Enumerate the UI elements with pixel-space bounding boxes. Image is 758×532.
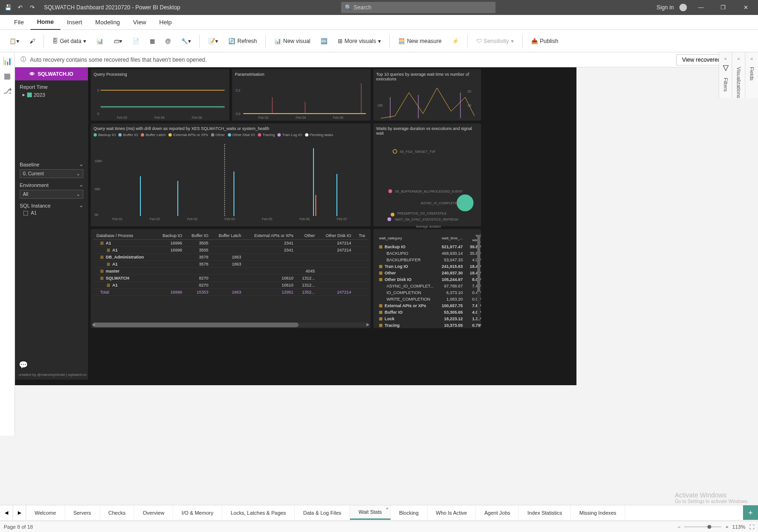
svg-text:Feb 02: Feb 02	[117, 116, 127, 119]
search-input[interactable]: 🔍 Search	[341, 2, 496, 13]
model-view-icon[interactable]: ⎇	[3, 86, 12, 95]
page-tab-checks[interactable]: Checks	[100, 505, 135, 520]
page-indicator: Page 8 of 18	[4, 524, 33, 530]
signin-button[interactable]: Sign in	[656, 4, 674, 11]
zoom-slider[interactable]	[684, 526, 722, 527]
parametrisation-chart[interactable]: Parametrisation 0.2 0.0 Feb 02 Feb 04 Fe…	[232, 69, 371, 121]
sql-button[interactable]: 📄	[129, 36, 143, 46]
sql-instance-checkbox[interactable]: A1	[20, 210, 83, 216]
dataverse-button[interactable]: ▦	[146, 36, 159, 46]
tab-nav-prev[interactable]: ◀	[0, 505, 13, 520]
fit-page-icon[interactable]: ⛶	[749, 524, 754, 530]
page-tab-locks-latches-pages[interactable]: Locks, Latches & Pages	[222, 505, 295, 520]
chevron-icon[interactable]: ⌄	[79, 182, 83, 188]
excel-button[interactable]: 📊	[93, 36, 107, 46]
page-tab-welcome[interactable]: Welcome	[26, 505, 65, 520]
wait-times-legend: Backup IO Buffer IO Buffer Latch Externa…	[94, 133, 368, 137]
transform-button[interactable]: 🔧▾	[177, 36, 195, 46]
environment-dropdown[interactable]: All⌄	[20, 190, 83, 199]
chevron-left-icon[interactable]: «	[724, 56, 727, 61]
page-tab-missing-indexes[interactable]: Missing Indexes	[571, 505, 625, 520]
refresh-button[interactable]: 🔄 Refresh	[225, 36, 261, 46]
page-tab-i-o-memory[interactable]: I/O & Memory	[173, 505, 222, 520]
credit-text: created by @marcinqminski | sqlwatch.io	[19, 373, 87, 377]
page-tab-wait-stats[interactable]: Wait Stats×	[350, 505, 391, 520]
page-tab-data-log-files[interactable]: Data & Log Files	[295, 505, 350, 520]
svg-text:Feb 05: Feb 05	[262, 217, 272, 221]
query-processing-chart[interactable]: Query Processing 5 0 Feb 02 Feb 04 Feb 0…	[91, 69, 229, 121]
svg-text:0: 0	[97, 112, 99, 115]
recent-button[interactable]: @	[161, 36, 175, 46]
page-tab-agent-jobs[interactable]: Agent Jobs	[476, 505, 519, 520]
menu-home[interactable]: Home	[30, 15, 60, 30]
data-hub-button[interactable]: 🗃▾	[110, 36, 126, 46]
undo-icon[interactable]: ↶	[16, 3, 24, 12]
add-page-button[interactable]: +	[743, 505, 758, 520]
environment-label: Environment	[20, 182, 49, 188]
more-visuals-button[interactable]: ⊞ More visuals ▾	[334, 36, 384, 46]
page-tab-overview[interactable]: Overview	[134, 505, 173, 520]
fields-pane[interactable]: « Fields	[745, 52, 758, 98]
redo-icon[interactable]: ↷	[28, 3, 36, 12]
chevron-left-icon[interactable]: «	[737, 56, 740, 61]
statusbar: Page 8 of 18 − + 113% ⛶	[0, 521, 758, 532]
data-view-icon[interactable]: ▦	[3, 71, 12, 80]
maximize-icon[interactable]: ❐	[715, 0, 732, 15]
svg-text:10K: 10K	[377, 104, 383, 107]
menu-modeling[interactable]: Modeling	[89, 15, 127, 30]
page-tab-servers[interactable]: Servers	[65, 505, 100, 520]
menu-insert[interactable]: Insert	[60, 15, 89, 30]
close-icon[interactable]: ✕	[737, 0, 754, 15]
visualizations-pane[interactable]: « Visualizations	[732, 52, 745, 98]
year-filter[interactable]: ▸2023	[20, 92, 83, 98]
waits-scatter-chart[interactable]: Waits by average duration vs executions …	[373, 123, 481, 226]
zoom-in-icon[interactable]: +	[725, 524, 728, 530]
text-box-button[interactable]: 🔤	[317, 36, 331, 46]
transform-data-button[interactable]: 📝▾	[204, 36, 222, 46]
svg-text:PREEMPTIVE_OS_CREATEFILE: PREEMPTIVE_OS_CREATEFILE	[397, 212, 447, 216]
minimize-icon[interactable]: —	[692, 0, 709, 15]
paste-button[interactable]: 📋▾	[6, 36, 23, 46]
zoom-out-icon[interactable]: −	[678, 524, 680, 530]
process-table[interactable]: Database / ProcessBackup IOBuffer IOBuff…	[91, 229, 371, 328]
vertical-scrollbar[interactable]	[477, 236, 480, 320]
filters-pane[interactable]: « ▽ Filters	[719, 52, 732, 98]
svg-text:Feb 06: Feb 06	[333, 116, 343, 119]
baseline-dropdown[interactable]: 0. Current⌄	[20, 169, 83, 178]
new-measure-button[interactable]: 🧮 New measure	[394, 36, 445, 46]
right-panes: « ▽ Filters « Visualizations « Fields	[719, 52, 758, 98]
svg-text:18: 18	[467, 104, 471, 107]
new-visual-button[interactable]: 📊 New visual	[270, 36, 314, 46]
report-view-icon[interactable]: 📊	[3, 56, 12, 65]
menu-help[interactable]: Help	[153, 15, 178, 30]
format-painter-button[interactable]: 🖌	[26, 36, 39, 46]
svg-text:0.2: 0.2	[236, 89, 241, 92]
dashboard-sidebar: 👁 SQLWATCH.IO Report Time ▸2023 Baseline…	[15, 67, 88, 380]
get-data-button[interactable]: 🗄 Get data ▾	[49, 36, 90, 46]
top10-chart[interactable]: Top 10 queries by average wait time vs n…	[373, 69, 481, 121]
chevron-icon[interactable]: ⌄	[79, 202, 83, 208]
publish-button[interactable]: 📤 Publish	[527, 36, 562, 46]
quick-measure-button[interactable]: ⚡	[448, 36, 463, 46]
svg-text:100K: 100K	[95, 159, 102, 163]
horizontal-scrollbar[interactable]: ◀ ▶	[93, 323, 369, 327]
chevron-left-icon[interactable]: «	[751, 56, 753, 61]
svg-point-47	[387, 217, 391, 221]
page-tab-who-is-active[interactable]: Who Is Active	[428, 505, 476, 520]
chevron-icon[interactable]: ⌄	[79, 161, 83, 167]
wait-times-chart[interactable]: Query wait times (ms) with drill down as…	[91, 123, 371, 226]
menu-file[interactable]: File	[7, 15, 30, 30]
svg-text:Feb 06: Feb 06	[192, 116, 202, 119]
menu-view[interactable]: View	[126, 15, 153, 30]
sensitivity-button[interactable]: 🛡 Sensitivity ▾	[473, 36, 517, 46]
page-tab-index-statistics[interactable]: Index Statistics	[519, 505, 571, 520]
wait-category-table[interactable]: wait_categorywait_time_...%GT wait_...⊞B…	[373, 229, 481, 328]
avatar[interactable]	[679, 4, 687, 11]
tab-nav-next[interactable]: ▶	[13, 505, 26, 520]
svg-point-40	[393, 150, 397, 153]
feedback-icon[interactable]: 💬	[19, 360, 28, 369]
save-icon[interactable]: 💾	[4, 3, 12, 12]
svg-point-45	[391, 213, 394, 216]
page-tab-blocking[interactable]: Blocking	[391, 505, 428, 520]
ribbon: 📋▾ 🖌 🗄 Get data ▾ 📊 🗃▾ 📄 ▦ @ 🔧▾ 📝▾ 🔄 Ref…	[0, 30, 758, 52]
